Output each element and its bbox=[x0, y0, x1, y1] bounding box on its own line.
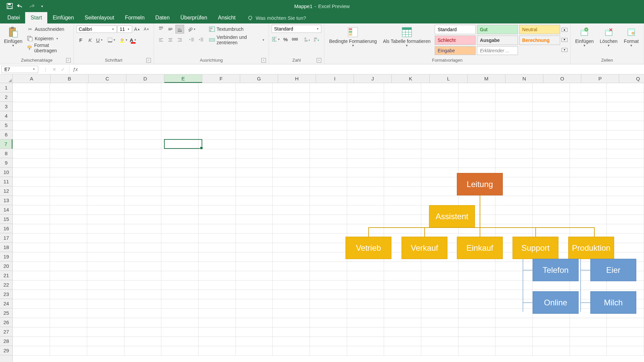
cell[interactable] bbox=[13, 102, 50, 111]
increase-indent-icon[interactable] bbox=[197, 36, 206, 44]
cell[interactable] bbox=[310, 290, 347, 299]
cell[interactable] bbox=[273, 121, 310, 130]
cell[interactable] bbox=[421, 121, 458, 130]
conditional-formatting-button[interactable]: Bedingte Formatierung ▼ bbox=[327, 25, 379, 48]
cell[interactable] bbox=[87, 346, 124, 355]
cell[interactable] bbox=[310, 271, 347, 280]
increase-font-icon[interactable]: A▲ bbox=[133, 25, 142, 34]
cell[interactable] bbox=[235, 111, 273, 121]
column-header[interactable]: E bbox=[164, 74, 202, 83]
cell[interactable] bbox=[532, 205, 570, 215]
cell[interactable] bbox=[13, 346, 50, 355]
cell[interactable] bbox=[310, 158, 347, 168]
cell[interactable] bbox=[87, 215, 124, 224]
cell[interactable] bbox=[532, 318, 570, 327]
cell[interactable] bbox=[570, 337, 607, 346]
cell[interactable] bbox=[273, 261, 310, 271]
cell[interactable] bbox=[495, 261, 533, 271]
cell[interactable] bbox=[198, 186, 235, 196]
cell[interactable] bbox=[384, 308, 421, 318]
cell[interactable] bbox=[161, 205, 199, 215]
align-right-icon[interactable] bbox=[175, 36, 184, 44]
cell[interactable] bbox=[87, 196, 124, 205]
cell[interactable] bbox=[458, 327, 495, 337]
cell[interactable] bbox=[310, 243, 347, 252]
cell[interactable] bbox=[273, 139, 310, 149]
cell[interactable] bbox=[198, 196, 235, 205]
cell[interactable] bbox=[421, 102, 458, 111]
cell[interactable] bbox=[235, 224, 273, 233]
cell[interactable] bbox=[50, 252, 87, 261]
cell[interactable] bbox=[495, 205, 533, 215]
cell[interactable] bbox=[384, 327, 421, 337]
dialog-launcher-icon[interactable]: ⌐ bbox=[66, 58, 71, 63]
cell[interactable] bbox=[235, 121, 273, 130]
row-header[interactable]: 12 bbox=[0, 186, 12, 196]
cell[interactable] bbox=[532, 158, 570, 168]
cell[interactable] bbox=[532, 168, 570, 177]
cell[interactable] bbox=[50, 280, 87, 290]
fill-color-button[interactable]: ▼ bbox=[119, 36, 128, 44]
cell[interactable] bbox=[124, 168, 161, 177]
cell[interactable] bbox=[310, 177, 347, 186]
style-erklaerender[interactable]: Erklärender ... bbox=[477, 46, 518, 55]
cell[interactable] bbox=[50, 308, 87, 318]
cell[interactable] bbox=[273, 271, 310, 280]
cell[interactable] bbox=[607, 130, 644, 139]
cell[interactable] bbox=[421, 111, 458, 121]
cell[interactable] bbox=[347, 177, 384, 186]
cell[interactable] bbox=[347, 149, 384, 158]
org-node-support[interactable]: Support bbox=[513, 237, 558, 259]
cell[interactable] bbox=[532, 280, 570, 290]
cell[interactable] bbox=[124, 271, 161, 280]
tab-ansicht[interactable]: Ansicht bbox=[213, 12, 241, 23]
column-header[interactable]: P bbox=[581, 74, 619, 83]
cell[interactable] bbox=[273, 186, 310, 196]
cell[interactable] bbox=[570, 177, 607, 186]
column-header[interactable]: H bbox=[278, 74, 316, 83]
cell[interactable] bbox=[273, 205, 310, 215]
cell[interactable] bbox=[532, 83, 570, 93]
cell[interactable] bbox=[495, 299, 533, 308]
cell[interactable] bbox=[87, 224, 124, 233]
cell[interactable] bbox=[384, 205, 421, 215]
row-header[interactable]: 9 bbox=[0, 158, 12, 168]
cell[interactable] bbox=[124, 233, 161, 243]
cell[interactable] bbox=[161, 299, 199, 308]
cell[interactable] bbox=[161, 271, 199, 280]
worksheet-grid[interactable]: ABCDEFGHIJKLMNOPQ 1234567891011121314151… bbox=[0, 74, 644, 362]
column-header[interactable]: M bbox=[468, 74, 505, 83]
align-left-icon[interactable] bbox=[157, 36, 165, 44]
cell[interactable] bbox=[13, 196, 50, 205]
qat-customize-icon[interactable]: ▾ bbox=[38, 2, 46, 10]
name-box[interactable]: E7▼ bbox=[1, 66, 38, 73]
cell[interactable] bbox=[421, 318, 458, 327]
cell[interactable] bbox=[347, 327, 384, 337]
cell[interactable] bbox=[124, 121, 161, 130]
cell[interactable] bbox=[347, 280, 384, 290]
cell[interactable] bbox=[570, 205, 607, 215]
cell[interactable] bbox=[87, 139, 124, 149]
cell[interactable] bbox=[458, 93, 495, 102]
row-header[interactable]: 16 bbox=[0, 224, 12, 233]
cell[interactable] bbox=[495, 83, 533, 93]
cell[interactable] bbox=[310, 346, 347, 355]
column-headers[interactable]: ABCDEFGHIJKLMNOPQ bbox=[13, 74, 644, 83]
cell[interactable] bbox=[87, 252, 124, 261]
cell[interactable] bbox=[13, 93, 50, 102]
cell[interactable] bbox=[532, 177, 570, 186]
number-format-combo[interactable]: Standard▼ bbox=[272, 25, 321, 33]
cell[interactable] bbox=[458, 111, 495, 121]
align-top-icon[interactable] bbox=[157, 25, 165, 34]
cell[interactable] bbox=[495, 346, 533, 355]
cell[interactable] bbox=[235, 83, 273, 93]
cell[interactable] bbox=[532, 111, 570, 121]
cell[interactable] bbox=[310, 337, 347, 346]
cell[interactable] bbox=[384, 93, 421, 102]
cell[interactable] bbox=[13, 130, 50, 139]
cell[interactable] bbox=[161, 346, 199, 355]
cell[interactable] bbox=[384, 215, 421, 224]
cell[interactable] bbox=[607, 149, 644, 158]
borders-button[interactable]: ▼ bbox=[107, 36, 116, 44]
cell[interactable] bbox=[273, 215, 310, 224]
